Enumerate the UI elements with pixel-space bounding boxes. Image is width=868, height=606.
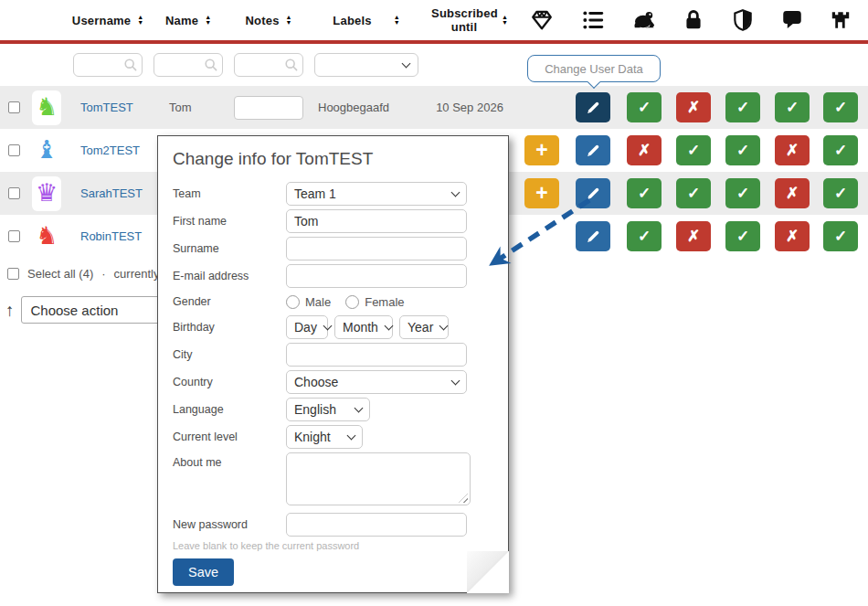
status-button[interactable] (627, 135, 662, 165)
column-header-labels: Labels (333, 14, 371, 27)
team-select[interactable]: Team 1 (286, 182, 467, 206)
column-header-username: Username (72, 14, 131, 27)
birthday-year-select[interactable]: Year (399, 315, 449, 339)
status-button[interactable] (775, 221, 810, 251)
new-password-label: New password (173, 518, 286, 531)
avatar: ♛ (32, 176, 61, 211)
gender-male-option[interactable]: Male (286, 295, 331, 309)
filter-row (0, 44, 868, 86)
new-password-input[interactable] (286, 513, 467, 537)
pencil-icon (586, 143, 601, 158)
select-all-checkbox[interactable] (7, 268, 19, 280)
chevron-down-icon (439, 321, 449, 330)
choose-action-select[interactable]: Choose action (21, 296, 175, 324)
row-checkbox[interactable] (8, 230, 20, 242)
labels-cell: Hoogbegaafd (311, 101, 389, 114)
username-link[interactable]: SarahTEST (66, 186, 143, 200)
plus-button[interactable]: + (524, 178, 559, 208)
labels-filter-select[interactable] (314, 53, 418, 77)
chess-piece-icon: ♞ (36, 95, 58, 120)
modal-title: Change info for TomTEST (173, 149, 493, 169)
status-button[interactable] (775, 92, 810, 122)
status-button[interactable] (823, 221, 858, 251)
about-me-textarea[interactable] (286, 452, 471, 505)
avatar: ♞ (32, 90, 61, 125)
status-button[interactable] (725, 221, 760, 251)
gem-icon (530, 8, 554, 32)
status-button[interactable] (676, 221, 711, 251)
lock-icon (682, 8, 705, 32)
username-link[interactable]: TomTEST (66, 101, 133, 114)
chevron-down-icon (323, 321, 332, 330)
username-link[interactable]: Tom2TEST (66, 144, 140, 157)
frog-icon (632, 8, 656, 32)
language-label: Language (173, 403, 286, 416)
status-button[interactable] (725, 178, 760, 208)
list-icon (581, 8, 605, 32)
column-header-subscribed-until: Subscribed until (431, 6, 497, 34)
save-button[interactable]: Save (173, 558, 234, 586)
radio-icon[interactable] (345, 295, 359, 309)
sort-notes-control[interactable]: ▲▼ (286, 15, 292, 26)
status-button[interactable] (676, 135, 711, 165)
email-label: E-mail address (173, 270, 286, 282)
status-button[interactable] (775, 178, 810, 208)
row-checkbox[interactable] (8, 187, 20, 199)
birthday-day-select[interactable]: Day (286, 315, 328, 339)
edit-user-button[interactable] (576, 178, 610, 208)
sort-labels-control[interactable]: ▲▼ (394, 15, 400, 26)
sort-name-control[interactable]: ▲▼ (205, 15, 211, 26)
shield-icon (731, 8, 755, 32)
action-bar: ↑ Choose action (5, 296, 175, 324)
status-button[interactable] (823, 178, 858, 208)
first-name-input[interactable] (286, 209, 467, 233)
status-button[interactable] (627, 92, 662, 122)
language-select[interactable]: English (286, 398, 370, 421)
column-header-name: Name (165, 14, 198, 27)
status-button[interactable] (823, 92, 858, 122)
email-input[interactable] (286, 264, 467, 288)
country-select[interactable]: Choose (286, 370, 467, 394)
gender-female-option[interactable]: Female (345, 295, 404, 309)
chat-icon (780, 8, 804, 32)
plus-button[interactable]: + (524, 135, 559, 165)
chevron-down-icon (451, 187, 460, 197)
select-all-more-label: currently (114, 267, 160, 281)
status-button[interactable] (725, 135, 760, 165)
edit-user-button[interactable] (576, 92, 610, 122)
edit-user-button[interactable] (576, 135, 610, 165)
sort-subscribed-control[interactable]: ▲▼ (502, 15, 508, 26)
city-input[interactable] (286, 343, 467, 367)
resize-handle[interactable] (459, 494, 468, 503)
apply-action-arrow-icon: ↑ (5, 302, 15, 319)
status-button[interactable] (775, 135, 810, 165)
select-all-row: Select all (4) · currently (7, 267, 159, 281)
notes-inline-input[interactable] (234, 96, 303, 120)
pencil-icon (586, 100, 601, 115)
radio-icon[interactable] (286, 295, 300, 309)
status-button[interactable] (725, 92, 760, 122)
edit-user-button[interactable] (576, 221, 610, 251)
status-button[interactable] (627, 221, 662, 251)
status-button[interactable] (676, 178, 711, 208)
birthday-month-select[interactable]: Month (334, 315, 393, 339)
status-button[interactable] (627, 178, 662, 208)
subscribed-until-cell: 10 Sep 2026 (436, 101, 503, 114)
row-checkbox[interactable] (8, 101, 20, 113)
birthday-label: Birthday (173, 321, 286, 334)
avatar: ♝ (32, 133, 61, 168)
status-button[interactable] (823, 135, 858, 165)
surname-label: Surname (173, 242, 286, 255)
chevron-down-icon (355, 403, 364, 412)
status-button[interactable] (676, 92, 711, 122)
row-checkbox[interactable] (8, 144, 20, 156)
surname-input[interactable] (286, 237, 467, 260)
username-link[interactable]: RobinTEST (66, 229, 142, 243)
current-level-select[interactable]: Knight (286, 425, 363, 449)
first-name-label: First name (173, 215, 286, 228)
table-row: ♞ TomTEST Tom Hoogbegaafd 10 Sep 2026 + (0, 86, 868, 129)
sort-username-control[interactable]: ▲▼ (137, 15, 143, 26)
tooltip-change-user-data: Change User Data (527, 55, 661, 82)
castle-icon (829, 8, 852, 32)
name-cell: Tom (150, 101, 192, 114)
